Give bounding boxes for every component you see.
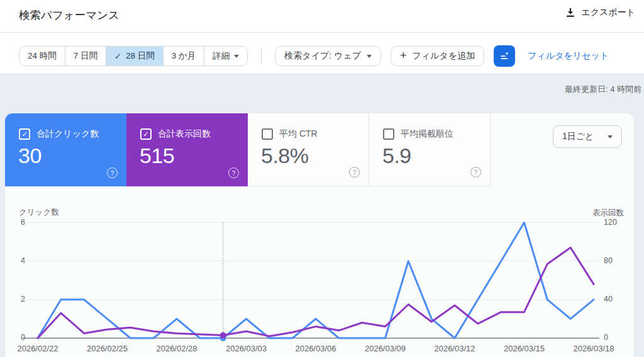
filter-bar: 24 時間 7 日間 ✓ 28 日間 3 か月 詳細	[19, 45, 609, 67]
filter-sparkle-icon	[499, 50, 510, 62]
x-axis-tick: 2026/03/09	[353, 344, 416, 353]
checkbox-checked-icon[interactable]: ✓	[140, 128, 152, 140]
average-position-card[interactable]: 平均掲載順位 5.9 ?	[369, 113, 491, 186]
x-axis-tick: 2026/02/22	[6, 344, 69, 353]
card-label: 平均 CTR	[279, 128, 318, 140]
left-axis-tick: 4	[5, 256, 25, 265]
right-axis-tick: 40	[604, 295, 613, 303]
chevron-down-icon	[367, 55, 372, 58]
card-label: 平均掲載順位	[401, 128, 453, 140]
right-axis-tick: 0	[604, 333, 608, 342]
tab-label: 3 か月	[172, 50, 196, 62]
reset-filters-link[interactable]: フィルタをリセット	[528, 50, 609, 62]
x-axis-tick: 2026/02/25	[75, 344, 138, 353]
chevron-down-icon	[234, 55, 239, 58]
search-type-dropdown[interactable]: 検索タイプ: ウェブ	[275, 46, 381, 66]
total-impressions-card[interactable]: ✓ 合計表示回数 515 ?	[126, 113, 248, 186]
card-value: 30	[18, 144, 42, 168]
total-clicks-card[interactable]: ✓ 合計クリック数 30 ?	[5, 113, 126, 186]
check-icon: ✓	[114, 52, 121, 61]
help-icon[interactable]: ?	[349, 167, 360, 178]
average-ctr-card[interactable]: 平均 CTR 5.8% ?	[248, 113, 369, 186]
header-divider	[0, 32, 644, 33]
granularity-label: 1日ごと	[562, 131, 594, 142]
date-range-tabs: 24 時間 7 日間 ✓ 28 日間 3 か月 詳細	[19, 46, 248, 66]
checkbox-unchecked-icon[interactable]	[383, 128, 394, 140]
x-axis-tick: 2026/03/03	[214, 344, 277, 353]
plus-icon: +	[400, 50, 407, 61]
card-value: 5.8%	[261, 144, 309, 168]
card-label: 合計表示回数	[158, 128, 211, 140]
granularity-dropdown[interactable]: 1日ごと	[553, 125, 622, 148]
tab-3-months[interactable]: 3 か月	[163, 47, 204, 65]
help-icon[interactable]: ?	[470, 167, 481, 178]
checkbox-unchecked-icon[interactable]	[262, 128, 273, 140]
download-icon	[565, 8, 575, 18]
card-label: 合計クリック数	[36, 128, 99, 140]
tab-label: 7 日間	[74, 50, 97, 62]
tab-28-days[interactable]: ✓ 28 日間	[106, 47, 163, 65]
tab-label: 28 日間	[126, 50, 155, 62]
search-type-label: 検索タイプ: ウェブ	[284, 50, 361, 62]
search-performance-page: 検索パフォーマンス エクスポート 24 時間 7 日間 ✓ 28 日間	[0, 0, 644, 357]
help-icon[interactable]: ?	[228, 167, 239, 178]
right-axis-tick: 120	[604, 218, 617, 227]
left-axis-title: クリック数	[19, 207, 59, 218]
tab-label: 詳細	[213, 50, 230, 62]
tab-custom-dates[interactable]: 詳細	[204, 47, 247, 65]
card-value: 5.9	[382, 144, 411, 168]
card-value: 515	[140, 144, 174, 168]
x-axis-tick: 2026/02/28	[145, 344, 208, 353]
performance-panel: ✓ 合計クリック数 30 ? ✓ 合計表示回数 515 ? 平均 CTR	[5, 113, 634, 357]
add-filter-button[interactable]: + フィルタを追加	[391, 46, 484, 66]
tab-7-days[interactable]: 7 日間	[65, 47, 106, 65]
right-axis-title: 表示回数	[592, 208, 624, 218]
chevron-down-icon	[608, 135, 613, 139]
tab-label: 24 時間	[28, 50, 57, 62]
page-title: 検索パフォーマンス	[19, 8, 119, 23]
add-filter-label: フィルタを追加	[413, 50, 475, 62]
export-button[interactable]: エクスポート	[565, 7, 635, 18]
filter-settings-button[interactable]	[494, 45, 515, 67]
left-axis-tick: 6	[5, 218, 25, 227]
x-axis-tick: 2026/03/15	[492, 344, 555, 353]
last-updated-text: 最終更新日: 4 時間前	[565, 84, 641, 95]
right-axis-tick: 80	[604, 256, 613, 265]
metric-cards: ✓ 合計クリック数 30 ? ✓ 合計表示回数 515 ? 平均 CTR	[5, 113, 491, 186]
tab-24-hours[interactable]: 24 時間	[19, 47, 65, 65]
x-axis-tick: 2026/03/12	[423, 344, 486, 353]
header-bar: 検索パフォーマンス エクスポート 24 時間 7 日間 ✓ 28 日間	[0, 0, 644, 73]
x-axis-tick: 2026/03/06	[284, 344, 347, 353]
left-axis-tick: 0	[5, 333, 25, 342]
vertical-divider	[261, 48, 262, 64]
checkbox-checked-icon[interactable]: ✓	[19, 128, 30, 140]
x-axis-tick: 2026/03/18	[562, 344, 625, 353]
export-label: エクスポート	[581, 7, 635, 18]
help-icon[interactable]: ?	[107, 167, 118, 178]
left-axis-tick: 2	[5, 295, 25, 303]
